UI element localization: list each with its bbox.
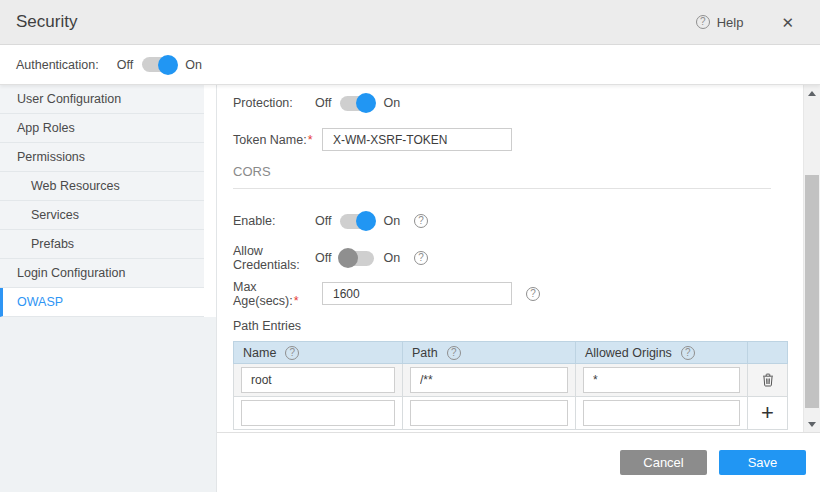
allow-credentials-off-label: Off bbox=[315, 251, 331, 265]
toggle-knob bbox=[338, 248, 358, 268]
enable-on-label: On bbox=[383, 214, 400, 228]
enable-label: Enable: bbox=[233, 214, 315, 228]
max-age-input[interactable] bbox=[322, 282, 512, 305]
sidebar-item-owasp[interactable]: OWASP bbox=[0, 288, 204, 317]
sidebar-nav-list: User Configuration App Roles Permissions… bbox=[0, 85, 216, 317]
protection-toggle[interactable] bbox=[340, 96, 374, 111]
settings-form: Protection: Off On Token Name:* CORS bbox=[217, 85, 820, 430]
toggle-knob bbox=[158, 55, 178, 75]
allow-credentials-toggle[interactable] bbox=[340, 251, 374, 266]
authentication-off-label: Off bbox=[117, 58, 133, 72]
path-entries-table: Name Path Allowed Origins bbox=[233, 341, 788, 430]
allow-credentials-toggle-group: Off On bbox=[315, 251, 400, 266]
scroll-down-button[interactable] bbox=[804, 416, 820, 432]
sidebar-item-login-configuration[interactable]: Login Configuration bbox=[0, 259, 204, 288]
token-name-label-text: Token Name: bbox=[233, 133, 307, 147]
row-name-input[interactable] bbox=[241, 367, 395, 393]
cell-path bbox=[403, 364, 576, 397]
path-help-icon[interactable] bbox=[447, 346, 461, 360]
table-header-actions bbox=[748, 342, 788, 364]
enable-help-icon[interactable] bbox=[414, 214, 428, 228]
allow-credentials-label: Allow Credentials: bbox=[233, 244, 315, 272]
sidebar-item-permissions[interactable]: Permissions bbox=[0, 143, 204, 172]
token-name-row: Token Name:* bbox=[233, 128, 771, 151]
header-name-text: Name bbox=[243, 346, 276, 360]
new-path-input[interactable] bbox=[410, 400, 568, 426]
table-header-allowed-origins: Allowed Origins bbox=[576, 342, 748, 364]
max-age-row: Max Age(secs):* bbox=[233, 282, 771, 305]
new-name-input[interactable] bbox=[241, 400, 395, 426]
cors-divider bbox=[233, 188, 771, 189]
toggle-knob bbox=[356, 211, 376, 231]
sidebar-item-prefabs[interactable]: Prefabs bbox=[0, 230, 204, 259]
authentication-bar: Authentication: Off On bbox=[0, 45, 820, 85]
cell-allowed-origins bbox=[576, 364, 748, 397]
save-button[interactable]: Save bbox=[719, 450, 806, 475]
main-area: User Configuration App Roles Permissions… bbox=[0, 85, 820, 492]
protection-label: Protection: bbox=[233, 96, 315, 110]
page-title: Security bbox=[16, 12, 77, 32]
cors-section-heading: CORS bbox=[233, 164, 771, 179]
titlebar: Security Help bbox=[0, 0, 820, 45]
cell-actions bbox=[748, 364, 788, 397]
table-row-empty bbox=[234, 397, 788, 430]
token-name-input[interactable] bbox=[322, 128, 512, 151]
help-button[interactable]: Help bbox=[696, 15, 744, 30]
cell-actions bbox=[748, 397, 788, 430]
owasp-settings-panel: Protection: Off On Token Name:* CORS bbox=[217, 85, 820, 432]
arrow-down-icon bbox=[808, 422, 816, 427]
footer: Cancel Save bbox=[217, 432, 820, 492]
vertical-scrollbar[interactable] bbox=[803, 85, 820, 432]
cell-name bbox=[234, 397, 403, 430]
cancel-button[interactable]: Cancel bbox=[620, 450, 707, 475]
allow-credentials-help-icon[interactable] bbox=[414, 251, 428, 265]
enable-off-label: Off bbox=[315, 214, 331, 228]
cors-enable-row: Enable: Off On bbox=[233, 207, 771, 235]
name-help-icon[interactable] bbox=[285, 346, 299, 360]
security-dialog: Security Help Authentication: Off On Use… bbox=[0, 0, 820, 492]
header-origins-text: Allowed Origins bbox=[585, 346, 672, 360]
authentication-toggle-group: Off On bbox=[117, 57, 202, 72]
cell-allowed-origins bbox=[576, 397, 748, 430]
sidebar-filler bbox=[0, 317, 216, 492]
plus-icon bbox=[761, 403, 774, 423]
max-age-label: Max Age(secs):* bbox=[233, 280, 315, 308]
table-header-row: Name Path Allowed Origins bbox=[234, 342, 788, 364]
enable-toggle[interactable] bbox=[340, 214, 374, 229]
sidebar: User Configuration App Roles Permissions… bbox=[0, 85, 217, 492]
sidebar-item-services[interactable]: Services bbox=[0, 201, 204, 230]
scrollbar-thumb[interactable] bbox=[805, 175, 819, 408]
delete-row-button[interactable] bbox=[757, 369, 779, 391]
trash-icon bbox=[761, 373, 775, 387]
authentication-toggle[interactable] bbox=[142, 57, 176, 72]
allowed-origins-help-icon[interactable] bbox=[681, 346, 695, 360]
row-path-input[interactable] bbox=[410, 367, 568, 393]
header-path-text: Path bbox=[412, 346, 438, 360]
protection-row: Protection: Off On bbox=[233, 89, 771, 117]
toggle-knob bbox=[356, 93, 376, 113]
path-entries-label: Path Entries bbox=[233, 319, 771, 333]
authentication-label: Authentication: bbox=[16, 58, 99, 72]
allow-credentials-on-label: On bbox=[383, 251, 400, 265]
sidebar-item-user-configuration[interactable]: User Configuration bbox=[0, 85, 204, 114]
enable-toggle-group: Off On bbox=[315, 214, 400, 229]
close-icon[interactable] bbox=[781, 15, 794, 30]
protection-toggle-group: Off On bbox=[315, 96, 400, 111]
cell-path bbox=[403, 397, 576, 430]
scroll-up-button[interactable] bbox=[804, 85, 820, 101]
row-origins-input[interactable] bbox=[583, 367, 740, 393]
max-age-help-icon[interactable] bbox=[526, 287, 540, 301]
add-row-button[interactable] bbox=[757, 402, 779, 424]
sidebar-item-app-roles[interactable]: App Roles bbox=[0, 114, 204, 143]
max-age-label-text: Max Age(secs): bbox=[233, 280, 293, 308]
cell-name bbox=[234, 364, 403, 397]
protection-on-label: On bbox=[383, 96, 400, 110]
table-header-name: Name bbox=[234, 342, 403, 364]
required-asterisk: * bbox=[308, 133, 313, 147]
arrow-up-icon bbox=[808, 91, 816, 96]
authentication-on-label: On bbox=[185, 58, 202, 72]
table-row bbox=[234, 364, 788, 397]
sidebar-item-web-resources[interactable]: Web Resources bbox=[0, 172, 204, 201]
required-asterisk: * bbox=[294, 294, 299, 308]
new-origins-input[interactable] bbox=[583, 400, 740, 426]
